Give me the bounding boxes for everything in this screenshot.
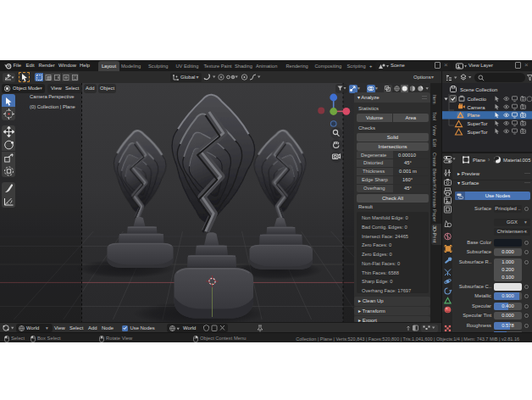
svg-text:Collectio: Collectio <box>468 97 487 102</box>
svg-text:Camera: Camera <box>468 105 486 110</box>
svg-text:Material.005: Material.005 <box>503 158 531 163</box>
svg-text:Plane: Plane <box>473 158 486 163</box>
svg-text:Scene Collection: Scene Collection <box>460 87 497 92</box>
svg-text:›: › <box>488 157 490 163</box>
svg-text:SuperTor: SuperTor <box>468 121 488 126</box>
svg-text:SuperTor: SuperTor <box>468 130 488 135</box>
svg-text:Plane: Plane <box>468 113 481 118</box>
